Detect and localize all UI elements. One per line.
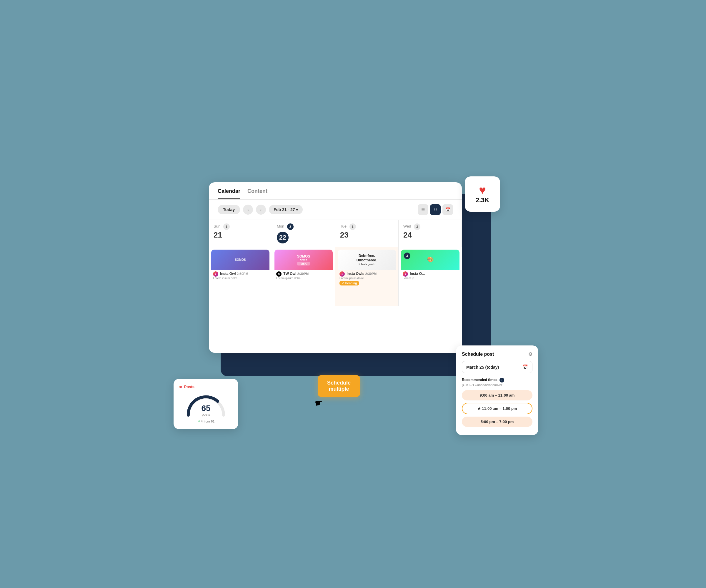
- prev-button[interactable]: ‹: [243, 205, 253, 215]
- post-desc-mon-1: Lorem ipsum dolre...: [276, 277, 331, 280]
- day-num-wed: 24: [403, 230, 457, 240]
- post-title-wed-1: ● Insta O...: [403, 271, 458, 277]
- heart-icon: ♥: [479, 184, 486, 196]
- ig-platform-icon: ●: [213, 271, 218, 277]
- post-card-mon-1[interactable]: SOMOS Credit VISA ✕ TW Owl 2:30PM Lorem …: [274, 250, 333, 281]
- svg-point-0: [216, 400, 219, 403]
- post-image-tue-1: Debt-free.Unbothered. It feels good.: [338, 250, 396, 270]
- post-desc-wed-1: Lorem ip...: [403, 277, 458, 280]
- ig-platform-icon-tue: ●: [340, 271, 345, 277]
- heart-count: 2.3K: [476, 196, 489, 204]
- post-title-mon-1: ✕ TW Owl 2:30PM: [276, 271, 331, 277]
- schedule-multiple-button[interactable]: Schedule multiple: [318, 375, 360, 397]
- ig-dot-icon: [180, 386, 182, 388]
- ig-platform-icon-wed: ●: [403, 271, 408, 277]
- main-scene: ♥ 2.3K Calendar Content Today ‹ › Feb 21…: [191, 176, 515, 412]
- pending-badge: ⚠ Pending: [340, 281, 359, 286]
- day-header-mon: Mon 3 22: [272, 220, 336, 247]
- day-label-tue: Tue 1: [340, 223, 394, 230]
- post-card-wed-1[interactable]: 3 🎨 ● Insta O... Lorem ip...: [401, 250, 460, 281]
- post-title-tue-1: ● Insta Owls 2:30PM: [340, 271, 394, 277]
- gauge-number: 65 posts: [201, 404, 210, 417]
- post-time-sun-1: 2:30PM: [237, 272, 248, 276]
- posts-from: ↗ 4 from 61: [180, 420, 232, 423]
- post-info-wed-1: ● Insta O... Lorem ip...: [401, 270, 460, 281]
- post-info-sun-1: ● Insta Owl 2:30PM Lorem ipsum dolre...: [211, 270, 270, 281]
- day-num-mon: 22: [277, 232, 288, 243]
- day-num-tue: 23: [340, 230, 394, 240]
- view-toggle-group: ☰ ☷ 📅: [418, 204, 453, 215]
- tabs-bar: Calendar Content: [209, 182, 462, 200]
- day-header-wed: Wed 3 24: [399, 220, 462, 247]
- calendar-toolbar: Today ‹ › Feb 21 - 27 ▾ ☰ ☷ 📅: [209, 200, 462, 220]
- post-image-mon-1: SOMOS Credit VISA: [274, 250, 333, 270]
- heart-engagement-card: ♥ 2.3K: [465, 176, 500, 212]
- info-icon: i: [500, 378, 504, 382]
- posts-count-sub: posts: [201, 413, 210, 417]
- calendar-cell-mon: SOMOS Credit VISA ✕ TW Owl 2:30PM Lorem …: [272, 247, 336, 306]
- grid-view-button[interactable]: ☷: [430, 204, 441, 215]
- day-header-tue: Tue 1 23: [336, 220, 399, 247]
- next-button[interactable]: ›: [256, 205, 266, 215]
- schedule-date-row[interactable]: March 25 (today) 📅: [462, 361, 533, 373]
- post-time-tue-1: 2:30PM: [365, 272, 377, 276]
- day-badge-tue: 1: [350, 223, 356, 230]
- post-time-mon-1: 2:30PM: [298, 272, 309, 276]
- schedule-panel-title: Schedule post: [462, 351, 494, 357]
- post-info-tue-1: ● Insta Owls 2:30PM Lorem ipsum dolre...…: [338, 270, 396, 287]
- recommended-times-label: Recommended times i: [462, 378, 533, 382]
- list-view-button[interactable]: ☰: [418, 204, 428, 215]
- calendar-cell-sun: SOMOS ● Insta Owl 2:30PM Lorem ipsum dol…: [209, 247, 272, 306]
- day-header-sun: Sun 1 21: [209, 220, 272, 247]
- time-slot-1[interactable]: 9:00 am – 11:00 am: [462, 390, 533, 401]
- day-num-sun: 21: [213, 230, 267, 240]
- posts-card-title: Posts: [180, 384, 232, 389]
- schedule-panel-header: Schedule post ⚙: [462, 351, 533, 357]
- tw-platform-icon: ✕: [276, 271, 281, 277]
- post-card-sun-1[interactable]: SOMOS ● Insta Owl 2:30PM Lorem ipsum dol…: [211, 250, 270, 281]
- post-title-sun-1: ● Insta Owl 2:30PM: [213, 271, 268, 277]
- stack-count-badge: 3: [404, 253, 410, 259]
- gear-icon[interactable]: ⚙: [528, 351, 533, 357]
- today-button[interactable]: Today: [218, 205, 240, 214]
- posts-stat-card: Posts 65 posts ↗ 4 from 61: [173, 379, 238, 429]
- posts-count-big: 65: [201, 404, 210, 413]
- time-slot-2[interactable]: ★ 11:00 am – 1:00 pm: [462, 403, 533, 414]
- tab-calendar[interactable]: Calendar: [218, 188, 240, 199]
- day-badge-wed: 3: [414, 223, 420, 230]
- up-arrow-icon: ↗: [197, 420, 200, 423]
- tab-content[interactable]: Content: [247, 188, 267, 199]
- day-badge-sun: 1: [223, 223, 230, 230]
- calendar-grid: Sun 1 21 Mon 3 22 Tue 1 23 Wed 3 24: [209, 220, 462, 306]
- calendar-icon: 📅: [522, 364, 528, 370]
- calendar-view-button[interactable]: 📅: [442, 204, 453, 215]
- calendar-cell-wed: 3 🎨 ● Insta O... Lorem ip...: [399, 247, 462, 306]
- cursor-icon: ☛: [314, 397, 324, 409]
- day-label-sun: Sun 1: [213, 223, 267, 230]
- schedule-post-panel: Schedule post ⚙ March 25 (today) 📅 Recom…: [456, 345, 538, 435]
- schedule-date-value: March 25 (today): [466, 365, 499, 370]
- post-desc-sun-1: Lorem ipsum dolre...: [213, 277, 268, 280]
- star-icon: ★: [477, 406, 482, 411]
- calendar-cell-tue: Debt-free.Unbothered. It feels good. ● I…: [336, 247, 399, 306]
- day-label-wed: Wed 3: [403, 223, 457, 230]
- time-slot-3[interactable]: 5:00 pm – 7:00 pm: [462, 417, 533, 427]
- post-card-tue-1[interactable]: Debt-free.Unbothered. It feels good. ● I…: [338, 250, 396, 287]
- day-label-mon: Mon 3: [277, 223, 330, 230]
- post-image-sun-1: SOMOS: [211, 250, 270, 270]
- post-image-wed-1: 🎨: [401, 250, 460, 270]
- calendar-card: Calendar Content Today ‹ › Feb 21 - 27 ▾…: [209, 182, 462, 353]
- date-range-button[interactable]: Feb 21 - 27 ▾: [269, 205, 303, 214]
- gauge-chart: 65 posts: [185, 393, 227, 417]
- post-desc-tue-1: Lorem ipsum dolre...: [340, 277, 394, 280]
- post-info-mon-1: ✕ TW Owl 2:30PM Lorem ipsum dolre...: [274, 270, 333, 281]
- timezone-label: (GMT-7) Canada/Vancouver: [462, 383, 533, 387]
- day-badge-mon: 3: [287, 223, 293, 230]
